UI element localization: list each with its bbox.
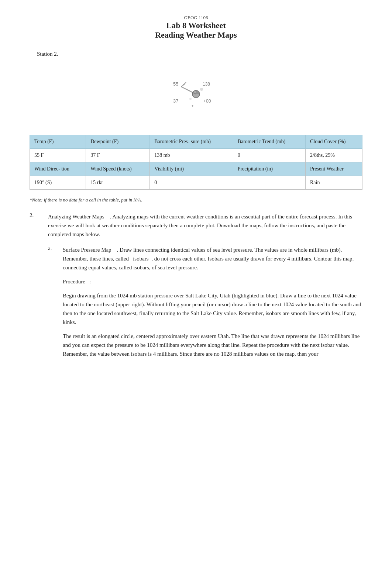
station-label: Station 2. [37,51,362,57]
cell-dewpoint: 37 F [86,149,150,162]
col-header-dewpoint: Dewpoint (F) [86,135,150,149]
col-header-visibility: Visibility (mi) [150,162,233,176]
svg-text:138: 138 [203,82,210,87]
cell-temp: 55 F [30,149,86,162]
cell-present-weather: Rain [306,176,362,190]
header-row-2: Wind Direc- tion Wind Speed (knots) Visi… [30,162,362,176]
col-header-present-weather: Present Weather [306,162,362,176]
cell-cloud: 2/8ths, 25% [306,149,362,162]
svg-text:+00: +00 [203,99,211,104]
data-row-1: 55 F 37 F 138 mb 0 2/8ths, 25% [30,149,362,162]
data-row-2: 190° (S) 15 rkt 0 Rain [30,176,362,190]
subsection-a-title: Surface Pressure Map . Draw lines connec… [63,245,362,272]
cell-trend: 0 [233,149,305,162]
col-header-trend: Barometric Trend (mb) [233,135,305,149]
procedure-block: Procedure : Begin drawing from the 1024 … [63,277,362,358]
subsection-a-label: a. [48,245,57,363]
cell-precip [233,176,305,190]
course-code: GEOG 1106 [30,15,362,21]
page-header: GEOG 1106 Lab 8 Worksheet Reading Weathe… [30,15,362,40]
table-note: *Note: if there is no data for a cell in… [30,197,362,203]
cell-wind-speed: 15 rkt [86,176,150,190]
cell-visibility: 0 [150,176,233,190]
section-2-content: Analyzing Weather Maps . Analyzing maps … [48,212,362,363]
section-number-2: 2. [30,212,41,363]
col-header-wind-dir: Wind Direc- tion [30,162,86,176]
svg-text:•: • [192,103,193,109]
cell-wind-dir: 190° (S) [30,176,86,190]
svg-line-1 [181,87,196,94]
svg-point-10 [200,88,203,91]
col-header-wind-speed: Wind Speed (knots) [86,162,150,176]
svg-text:37: 37 [173,98,178,104]
col-header-cloud: Cloud Cover (%) [306,135,362,149]
weather-station-plot-area: 55 37 138 +00 • [30,65,362,124]
col-header-precip: Precipitation (in) [233,162,305,176]
cell-pressure: 138 mb [150,149,233,162]
procedure-label: Procedure : [63,277,362,286]
col-header-temp: Temp (F) [30,135,86,149]
lab-subtitle: Reading Weather Maps [30,30,362,40]
svg-point-11 [189,98,192,100]
result-body: The result is an elongated circle, cente… [63,332,362,358]
section-2-intro: Analyzing Weather Maps . Analyzing maps … [48,212,362,239]
weather-data-table: Temp (F) Dewpoint (F) Barometric Pres- s… [30,135,362,190]
svg-line-3 [183,82,186,85]
col-header-pressure: Barometric Pres- sure (mb) [150,135,233,149]
section-2: 2. Analyzing Weather Maps . Analyzing ma… [30,212,362,363]
lab-title: Lab 8 Worksheet [30,21,362,30]
svg-text:55: 55 [173,81,178,87]
subsection-a: a. Surface Pressure Map . Draw lines con… [48,245,362,363]
procedure-body: Begin drawing from the 1024 mb station p… [63,291,362,327]
subsection-a-content: Surface Pressure Map . Draw lines connec… [63,245,362,363]
weather-station-svg: 55 37 138 +00 • [159,66,233,122]
